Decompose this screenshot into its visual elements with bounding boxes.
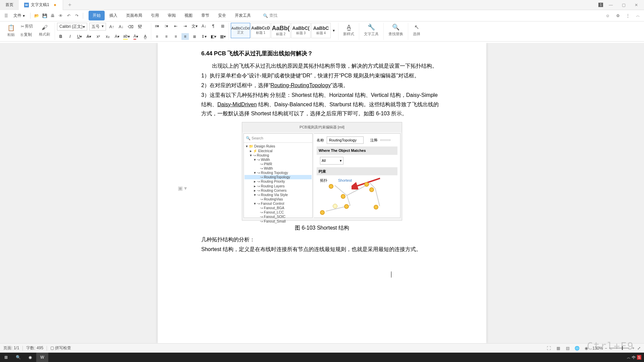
indent-dec-button[interactable]: ⇤ bbox=[172, 23, 179, 29]
hamburger-icon[interactable]: ☰ bbox=[3, 12, 9, 19]
figure-embedded-dialog: PCB规则及约束编辑器 [mil] 🔍 Search ▾ 📁 Design Ru… bbox=[242, 122, 402, 221]
search-box[interactable]: 🔍 查找 bbox=[260, 11, 280, 20]
save-icon[interactable]: 💾 bbox=[41, 12, 48, 19]
wps-icon[interactable]: W bbox=[36, 353, 48, 362]
tab-dev[interactable]: 开发工具 bbox=[231, 11, 255, 20]
shrink-font-button[interactable]: A↓ bbox=[117, 23, 125, 30]
paste-button[interactable]: 📋 粘贴 bbox=[5, 23, 17, 38]
tab-security[interactable]: 安全 bbox=[214, 11, 230, 20]
tab-add[interactable]: ＋ bbox=[63, 1, 76, 8]
graph-node bbox=[374, 205, 378, 209]
find-replace-button[interactable]: 🔍 查找替换 bbox=[386, 23, 406, 37]
align-distribute-button[interactable]: ≣ bbox=[191, 33, 198, 40]
char-border-button[interactable]: A̲ bbox=[142, 33, 149, 40]
highlight-button[interactable]: ab▾ bbox=[123, 33, 130, 40]
file-menu[interactable]: 文件 ▾ bbox=[11, 11, 28, 20]
tab-chapter[interactable]: 章节 bbox=[197, 11, 213, 20]
numbering-button[interactable]: ⁝▾ bbox=[163, 23, 170, 29]
tab-view[interactable]: 视图 bbox=[180, 11, 197, 20]
bold-button[interactable]: B bbox=[57, 33, 64, 40]
close-button[interactable]: ✕ bbox=[631, 1, 641, 9]
bullets-button[interactable]: ≡▾ bbox=[153, 23, 161, 29]
align-justify-button[interactable]: ≡ bbox=[181, 33, 189, 40]
view-print-button[interactable]: ▦ bbox=[555, 345, 561, 351]
asian-layout-button[interactable]: 文▾ bbox=[191, 23, 198, 29]
fit-width-button[interactable]: ⤢ bbox=[637, 346, 641, 351]
style-标题 3[interactable]: AaBbC(标题 3 bbox=[291, 23, 311, 38]
smile-icon[interactable]: ☺ bbox=[604, 12, 611, 19]
undo-icon[interactable]: ↶ bbox=[65, 12, 72, 19]
tree-node: ↝ Fanout_LCC bbox=[245, 210, 312, 215]
fullscreen-button[interactable]: ⛶ bbox=[545, 345, 552, 351]
tray-expand-icon[interactable]: ︿ bbox=[627, 355, 631, 360]
tab-document[interactable]: W 文字文稿1 bbox=[19, 0, 63, 10]
minimize-button[interactable]: — bbox=[606, 1, 616, 9]
style-标题 2[interactable]: AaBb(标题 2 bbox=[271, 23, 290, 38]
new-style-button[interactable]: A̲ 新样式 bbox=[340, 23, 357, 37]
i-beam-cursor-icon bbox=[333, 204, 337, 208]
tab-review[interactable]: 审阅 bbox=[164, 11, 180, 20]
tab-layout[interactable]: 页面布局 bbox=[122, 11, 146, 20]
style-正文[interactable]: AaBbCcDd正文 bbox=[231, 23, 250, 38]
format-painter-button[interactable]: 🖌 格式刷 bbox=[36, 23, 53, 38]
notif-badge[interactable]: 1 bbox=[598, 3, 603, 7]
shading-button[interactable]: ◧▾ bbox=[210, 33, 217, 40]
more-icon[interactable]: ⋮ bbox=[625, 12, 631, 19]
table-button[interactable]: ⊞ bbox=[219, 23, 226, 29]
font-name-select[interactable]: Calibri (正文)▾ bbox=[57, 23, 87, 31]
clear-format-button[interactable]: ⌫ bbox=[127, 23, 134, 30]
italic-button[interactable]: I bbox=[66, 33, 74, 40]
tab-ref[interactable]: 引用 bbox=[147, 11, 163, 20]
borders-button[interactable]: ▦▾ bbox=[219, 33, 226, 40]
font-color-button[interactable]: A▾ bbox=[132, 33, 140, 40]
redo-icon[interactable]: ↷ bbox=[73, 12, 80, 19]
phonetic-button[interactable]: 變 bbox=[136, 23, 144, 30]
strike-button[interactable]: A̶▾ bbox=[85, 33, 93, 40]
chrome-icon[interactable]: ◉ bbox=[24, 353, 36, 362]
styles-more-button[interactable]: ▾ bbox=[331, 23, 336, 38]
tab-home[interactable]: 首页 bbox=[0, 0, 19, 10]
start-button[interactable]: ⊞ bbox=[0, 353, 12, 362]
maximize-button[interactable]: ▢ bbox=[619, 1, 629, 9]
view-outline-button[interactable]: ▤ bbox=[564, 345, 571, 351]
superscript-button[interactable]: x² bbox=[95, 33, 102, 40]
wrench-icon: 🔧 bbox=[368, 23, 375, 31]
document-area[interactable]: 6.44 PCB 飞线不从过孔里面出线如何解决？ 出现以上的飞线不从过孔出线的原… bbox=[0, 43, 644, 343]
font-size-select[interactable]: 五号▾ bbox=[89, 23, 106, 31]
view-web-button[interactable]: 🌐 bbox=[574, 345, 580, 351]
sogou-icon[interactable]: S bbox=[637, 355, 641, 360]
align-right-button[interactable]: ≡ bbox=[172, 33, 179, 40]
gear-icon[interactable]: ⚙ bbox=[614, 12, 621, 19]
select-button[interactable]: ↖ 选择 bbox=[410, 23, 423, 37]
ime-indicator[interactable]: 中 bbox=[632, 355, 636, 360]
tab-start[interactable]: 开始 bbox=[89, 11, 105, 20]
search-button[interactable]: 🔍 bbox=[12, 353, 24, 362]
tab-insert[interactable]: 插入 bbox=[105, 11, 121, 20]
print-icon[interactable]: 🖶 bbox=[49, 12, 56, 19]
indent-inc-button[interactable]: ⇥ bbox=[181, 23, 189, 29]
print-preview-icon[interactable]: 👁 bbox=[57, 12, 64, 19]
subscript-button[interactable]: x₂ bbox=[104, 33, 111, 40]
show-marks-button[interactable]: ¶ bbox=[210, 23, 217, 29]
spell-check[interactable]: ▢ 拼写检查 bbox=[50, 345, 71, 351]
underline-button[interactable]: U▾ bbox=[76, 33, 83, 40]
text-tool-button[interactable]: 🔧 文字工具 bbox=[361, 23, 381, 37]
cut-button[interactable]: ✂剪切 bbox=[19, 23, 34, 30]
style-标题 4[interactable]: AaBbC标题 4 bbox=[311, 23, 331, 38]
style-标题 1[interactable]: AaBbCcD标题 1 bbox=[251, 23, 270, 38]
grow-font-button[interactable]: A↑ bbox=[108, 23, 115, 30]
side-insert-marker[interactable]: ▣ ▾ bbox=[178, 184, 187, 193]
copy-button[interactable]: ⎘复制 bbox=[19, 31, 34, 38]
page-indicator[interactable]: 页面: 1/1 bbox=[3, 345, 19, 351]
line-spacing-button[interactable]: ⇕▾ bbox=[200, 33, 208, 40]
open-icon[interactable]: 📂 bbox=[33, 12, 40, 19]
word-count[interactable]: 字数: 495 bbox=[26, 345, 43, 351]
sort-button[interactable]: A↓ bbox=[200, 23, 208, 29]
align-left-button[interactable]: ≡ bbox=[153, 33, 161, 40]
document-page[interactable]: 6.44 PCB 飞线不从过孔里面出线如何解决？ 出现以上的飞线不从过孔出线的原… bbox=[158, 43, 486, 343]
text-effects-button[interactable]: A▾ bbox=[113, 33, 121, 40]
align-center-button[interactable]: ≡ bbox=[163, 33, 170, 40]
where-select: All▾ bbox=[320, 157, 343, 165]
text-tool-label: 文字工具 bbox=[364, 32, 379, 37]
collapse-ribbon-icon[interactable]: ︿ bbox=[635, 12, 641, 19]
